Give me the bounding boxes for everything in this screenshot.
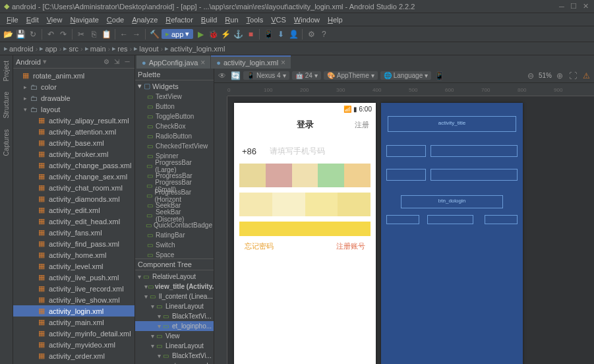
- tree-item[interactable]: ▦activity_live_push.xml: [13, 272, 134, 283]
- hide-icon[interactable]: ─: [123, 57, 132, 67]
- menu-code[interactable]: Code: [103, 15, 128, 25]
- tab-captures[interactable]: Captures: [1, 124, 11, 162]
- tree-item[interactable]: ▦activity_myinfo_detail.xml: [13, 328, 134, 339]
- palette-item[interactable]: ▭Button: [135, 102, 214, 111]
- palette-item[interactable]: ▭CheckBox: [135, 121, 214, 131]
- tree-item[interactable]: ▦activity_base.xml: [13, 137, 134, 148]
- palette-item[interactable]: ▭CheckedTextView: [135, 141, 214, 151]
- breadcrumb-item[interactable]: ▸ app: [40, 44, 57, 53]
- help-icon[interactable]: ?: [318, 29, 329, 40]
- orientation-icon[interactable]: 🔄: [230, 71, 241, 81]
- blueprint-preview[interactable]: activity_title btn_dologin: [381, 103, 523, 364]
- undo-icon[interactable]: ↶: [45, 29, 56, 40]
- copy-icon[interactable]: ⎘: [88, 29, 99, 40]
- editor-tab[interactable]: ●AppConfig.java×: [136, 55, 210, 69]
- lang-selector[interactable]: 🌐Language ▾: [380, 71, 432, 80]
- maximize-icon[interactable]: ☐: [569, 2, 578, 11]
- menu-analyze[interactable]: Analyze: [128, 15, 162, 25]
- minimize-icon[interactable]: ─: [557, 2, 566, 11]
- tree-item[interactable]: ▦activity_attention.xml: [13, 126, 134, 137]
- tree-item[interactable]: ▦activity_home.xml: [13, 249, 134, 260]
- theme-selector[interactable]: 🎨AppTheme ▾: [324, 71, 378, 80]
- menu-tools[interactable]: Tools: [243, 15, 268, 25]
- palette-item[interactable]: ▭QuickContactBadge: [135, 220, 214, 230]
- tree-item[interactable]: ▦activity_broker.xml: [13, 148, 134, 160]
- settings-icon[interactable]: ⚙: [306, 29, 316, 40]
- menu-file[interactable]: File: [3, 15, 22, 25]
- component-tree-item[interactable]: ▾▭ll_content (Linea...: [135, 291, 214, 301]
- component-tree-item[interactable]: ▾▭et_password...: [135, 361, 214, 364]
- tree-item[interactable]: ▦activity_fans.xml: [13, 227, 134, 238]
- menu-edit[interactable]: Edit: [22, 15, 43, 25]
- menu-help[interactable]: Help: [324, 15, 347, 25]
- refresh-icon[interactable]: ↻: [28, 29, 38, 40]
- build-icon[interactable]: 🔨: [149, 29, 160, 40]
- open-icon[interactable]: 📂: [3, 29, 13, 40]
- tree-item[interactable]: ▦activity_edit_head.xml: [13, 216, 134, 227]
- tree-item[interactable]: ▦activity_order_web_view.xml: [13, 361, 134, 364]
- tree-item[interactable]: ▦activity_chat_room.xml: [13, 182, 134, 193]
- tree-item[interactable]: ▦activity_myvideo.xml: [13, 339, 134, 350]
- cut-icon[interactable]: ✂: [76, 29, 86, 40]
- run-config-dropdown[interactable]: ▸app▾: [162, 29, 193, 39]
- tree-item[interactable]: ▦activity_main.xml: [13, 317, 134, 328]
- avd-icon[interactable]: 📱: [263, 29, 274, 40]
- palette-item[interactable]: ▭SeekBar (Discrete): [135, 210, 214, 220]
- zoom-in-icon[interactable]: ⊕: [554, 71, 565, 81]
- palette-item[interactable]: ▭Space: [135, 250, 214, 258]
- palette-item[interactable]: ▭RadioButton: [135, 131, 214, 141]
- component-tree[interactable]: ▾▭RelativeLayout▾▭view_title (Activity..…: [135, 270, 214, 364]
- component-tree-item[interactable]: ▾▭View: [135, 331, 214, 341]
- component-tree-item[interactable]: ▾▭RelativeLayout: [135, 272, 214, 282]
- tree-item[interactable]: ▦activity_change_sex.xml: [13, 171, 134, 182]
- component-tree-item[interactable]: ▾▭et_loginpho...: [135, 321, 214, 331]
- collapse-icon[interactable]: ⇲: [112, 57, 121, 67]
- paste-icon[interactable]: 📋: [101, 29, 111, 40]
- design-preview[interactable]: 📶 ▮ 6:00 登录 注册 +86 请填写: [234, 103, 376, 364]
- warning-icon[interactable]: ⚠: [581, 71, 591, 81]
- monitor-icon[interactable]: 👤: [288, 29, 299, 40]
- tree-item[interactable]: ▦activity_order.xml: [13, 350, 134, 361]
- debug-icon[interactable]: 🐞: [208, 29, 218, 40]
- apply-changes-icon[interactable]: ⚡: [220, 29, 231, 40]
- menu-view[interactable]: View: [43, 15, 67, 25]
- redo-icon[interactable]: ↷: [58, 29, 69, 40]
- component-tree-item[interactable]: ▾▭LinearLayout: [135, 341, 214, 351]
- forward-icon[interactable]: →: [131, 29, 142, 40]
- palette-item[interactable]: ▭RatingBar: [135, 230, 214, 240]
- tree-item[interactable]: ▦activity_live_show.xml: [13, 294, 134, 305]
- sdk-icon[interactable]: ⬇: [276, 29, 286, 40]
- breadcrumb-item[interactable]: ▸ layout: [134, 44, 158, 53]
- breadcrumb-item[interactable]: ▸ android: [4, 44, 34, 53]
- component-tree-item[interactable]: ▾▭view_title (Activity...: [135, 282, 214, 291]
- project-view-selector[interactable]: Android: [16, 58, 41, 66]
- close-icon[interactable]: ✕: [581, 2, 590, 11]
- stop-icon[interactable]: ■: [245, 29, 256, 40]
- tree-item[interactable]: ▸🗀drawable: [13, 92, 134, 104]
- tree-item[interactable]: ▸🗀color: [13, 81, 134, 92]
- menu-window[interactable]: Window: [290, 15, 324, 25]
- device-selector[interactable]: 📱 Nexus 4 ▾: [243, 71, 289, 80]
- tab-project[interactable]: Project: [1, 55, 11, 86]
- menu-refactor[interactable]: Refactor: [162, 15, 197, 25]
- tree-item[interactable]: ▦activity_change_pass.xml: [13, 160, 134, 171]
- zoom-out-icon[interactable]: ⊖: [525, 71, 536, 81]
- component-tree-item[interactable]: ▾▭BlackTextVi...: [135, 311, 214, 321]
- close-icon[interactable]: ×: [200, 58, 205, 67]
- tree-item[interactable]: ▾🗀layout: [13, 104, 134, 115]
- palette-item[interactable]: ▭TextView: [135, 92, 214, 102]
- back-icon[interactable]: ←: [119, 29, 129, 40]
- component-tree-item[interactable]: ▾▭BlackTextVi...: [135, 351, 214, 361]
- tree-item[interactable]: ▦activity_edit.xml: [13, 204, 134, 216]
- device-icon[interactable]: 📱: [434, 71, 444, 81]
- palette-item[interactable]: ▭ToggleButton: [135, 111, 214, 121]
- palette-item[interactable]: ▭Switch: [135, 240, 214, 250]
- attach-icon[interactable]: ⚓: [233, 29, 243, 40]
- tree-item[interactable]: ▦rotate_anim.xml: [13, 70, 134, 81]
- breadcrumb-item[interactable]: ▸ main: [85, 44, 106, 53]
- tree-item[interactable]: ▦activity_diamonds.xml: [13, 193, 134, 204]
- palette-item[interactable]: ▭ProgressBar (Horizont: [135, 191, 214, 200]
- gear-icon[interactable]: ⚙: [102, 57, 111, 67]
- save-icon[interactable]: 💾: [15, 29, 26, 40]
- tree-item[interactable]: ▦activity_find_pass.xml: [13, 238, 134, 249]
